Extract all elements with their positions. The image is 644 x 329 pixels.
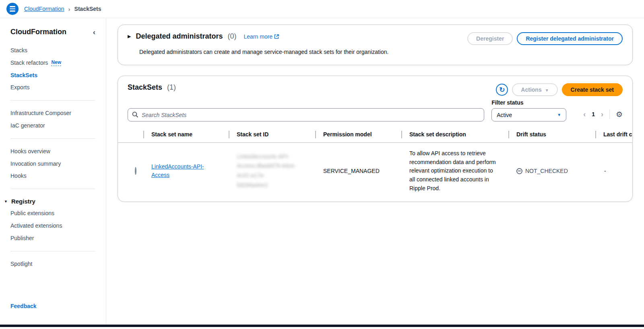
sidebar-title: CloudFormation bbox=[10, 28, 66, 36]
delegated-panel-description: Delegated administrators can create and … bbox=[139, 49, 623, 55]
table-header-last-drift-check[interactable]: Last drift check bbox=[595, 130, 632, 142]
gear-icon[interactable]: ⚙ bbox=[616, 111, 623, 118]
stacksets-panel-title: StackSets bbox=[128, 83, 162, 92]
sidebar-item-invocation-summary[interactable]: Invocation summary bbox=[0, 158, 106, 170]
page-number[interactable]: 1 bbox=[592, 111, 595, 117]
sidebar-divider bbox=[10, 251, 95, 251]
feedback-link[interactable]: Feedback bbox=[0, 303, 106, 309]
breadcrumb-cloudformation-link[interactable]: CloudFormation bbox=[24, 6, 64, 12]
learn-more-link[interactable]: Learn more bbox=[244, 33, 279, 40]
table-header-permission-model[interactable]: Permission model bbox=[315, 130, 401, 142]
table-header-select bbox=[118, 130, 143, 142]
sidebar-item-iac-generator[interactable]: IaC generator bbox=[0, 119, 106, 132]
search-icon bbox=[132, 111, 138, 118]
next-page-icon[interactable]: › bbox=[601, 111, 603, 118]
table-header-stack-set-id[interactable]: Stack set ID bbox=[229, 130, 315, 142]
sidebar-item-hooks-overview[interactable]: Hooks overview bbox=[0, 145, 106, 158]
create-stack-set-button[interactable]: Create stack set bbox=[562, 83, 623, 96]
top-navigation: CloudFormation › StackSets bbox=[0, 0, 644, 18]
sidebar-divider bbox=[10, 100, 95, 101]
new-badge[interactable]: New bbox=[51, 60, 61, 66]
search-input[interactable] bbox=[128, 108, 484, 121]
sidebar-divider bbox=[10, 138, 95, 139]
actions-dropdown-button[interactable]: Actions▼ bbox=[512, 83, 557, 96]
table-header-drift-status[interactable]: Drift status bbox=[508, 130, 595, 142]
refresh-button[interactable]: ↻ bbox=[496, 84, 508, 96]
stacksets-table: Stack set name Stack set ID Permission m… bbox=[118, 130, 632, 202]
expand-triangle-icon[interactable]: ▶ bbox=[128, 34, 131, 39]
pager-divider bbox=[609, 109, 610, 119]
last-drift-check-value: - bbox=[595, 168, 632, 174]
hamburger-menu-icon[interactable] bbox=[6, 3, 19, 15]
breadcrumb-current: StackSets bbox=[74, 6, 101, 12]
sidebar-divider bbox=[10, 189, 95, 189]
external-link-icon bbox=[274, 34, 279, 39]
breadcrumb-separator-icon: › bbox=[68, 6, 70, 12]
stack-set-name-link[interactable]: LinkedAccounts-API-Access bbox=[151, 162, 212, 179]
filter-status-label: Filter status bbox=[491, 99, 566, 106]
permission-model-value: SERVICE_MANAGED bbox=[315, 168, 401, 174]
table-header-stack-set-description[interactable]: Stack set description bbox=[401, 130, 508, 142]
delegated-panel-title: Delegated administrators bbox=[136, 32, 223, 41]
stack-set-id-redacted: LinkedAccounts-API- Access:dfaa9d79-4dce… bbox=[237, 152, 297, 190]
window-bottom-edge bbox=[0, 325, 644, 327]
sidebar-item-activated-extensions[interactable]: Activated extensions bbox=[0, 220, 106, 232]
triangle-down-icon: ▼ bbox=[4, 199, 8, 204]
row-radio-button[interactable] bbox=[135, 167, 136, 175]
sidebar-item-hooks[interactable]: Hooks bbox=[0, 170, 106, 182]
deregister-button[interactable]: Deregister bbox=[467, 32, 513, 45]
caret-down-icon: ▼ bbox=[545, 88, 549, 93]
register-delegated-administrator-button[interactable]: Register delegated administrator bbox=[517, 32, 623, 45]
breadcrumb: CloudFormation › StackSets bbox=[24, 6, 101, 12]
sidebar-item-stacks[interactable]: Stacks bbox=[0, 44, 106, 57]
sidebar: CloudFormation ‹ Stacks Stack refactors … bbox=[0, 18, 106, 325]
sidebar-item-spotlight[interactable]: Spotlight bbox=[0, 258, 106, 270]
sidebar-item-exports[interactable]: Exports bbox=[0, 81, 106, 94]
stacksets-count: (1) bbox=[167, 83, 176, 92]
sidebar-item-publisher[interactable]: Publisher bbox=[0, 232, 106, 245]
previous-page-icon[interactable]: ‹ bbox=[583, 111, 586, 118]
drift-status-value: NOT_CHECKED bbox=[525, 168, 568, 174]
sidebar-item-stacksets[interactable]: StackSets bbox=[0, 69, 106, 82]
sidebar-item-public-extensions[interactable]: Public extensions bbox=[0, 207, 106, 220]
stack-set-description-value: To allow API access to retrieve recommen… bbox=[401, 149, 508, 193]
delegated-administrators-panel: ▶ Delegated administrators (0) Learn mor… bbox=[118, 25, 633, 65]
refresh-icon: ↻ bbox=[499, 86, 505, 94]
not-checked-icon bbox=[516, 168, 522, 174]
caret-down-icon: ▼ bbox=[557, 113, 561, 117]
stacksets-panel: StackSets (1) ↻ Actions▼ Create stack se… bbox=[118, 76, 633, 202]
sidebar-item-stack-refactors[interactable]: Stack refactors New bbox=[0, 57, 106, 69]
filter-status-select[interactable]: Active ▼ bbox=[491, 108, 566, 121]
sidebar-collapse-icon[interactable]: ‹ bbox=[93, 28, 95, 36]
table-header-stack-set-name[interactable]: Stack set name bbox=[143, 130, 229, 142]
delegated-count: (0) bbox=[228, 32, 237, 41]
table-row: LinkedAccounts-API-Access LinkedAccounts… bbox=[118, 143, 632, 202]
main-content: ▶ Delegated administrators (0) Learn mor… bbox=[106, 18, 644, 325]
table-header-row: Stack set name Stack set ID Permission m… bbox=[118, 130, 632, 143]
sidebar-item-infrastructure-composer[interactable]: Infrastructure Composer bbox=[0, 107, 106, 119]
sidebar-section-registry[interactable]: ▼ Registry bbox=[0, 195, 106, 207]
